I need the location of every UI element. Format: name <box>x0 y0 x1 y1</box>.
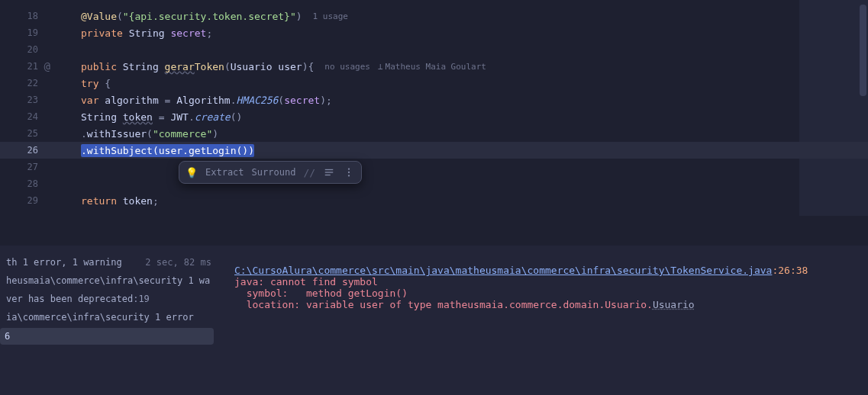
reformat-icon[interactable] <box>323 166 335 178</box>
error-detail: location: variable user of type matheusm… <box>234 299 653 310</box>
line-number[interactable]: 18 <box>0 8 53 24</box>
line-number[interactable]: 25 <box>0 125 53 142</box>
error-file-link[interactable]: C:\CursoAlura\commerce\src\main\java\mat… <box>234 265 772 276</box>
code-line[interactable] <box>53 159 868 175</box>
code-line[interactable]: public String gerarToken(Usuario user){n… <box>53 58 868 75</box>
divider: // <box>303 167 315 178</box>
line-number[interactable]: 22 <box>0 75 53 92</box>
bulb-icon[interactable]: 💡 <box>186 167 198 178</box>
code-line[interactable] <box>53 175 868 192</box>
svg-point-3 <box>348 168 350 169</box>
error-location: :26:38 <box>772 265 808 276</box>
build-time: 2 sec, 82 ms <box>145 257 211 268</box>
build-item[interactable]: heusmaia\commerce\infra\security 1 warni… <box>0 271 218 290</box>
type-link[interactable]: Usuario <box>653 299 695 310</box>
scrollbar-thumb[interactable] <box>860 5 866 96</box>
extract-action[interactable]: Extract <box>205 167 244 178</box>
line-number[interactable]: 23 <box>0 92 53 108</box>
build-item[interactable]: ia\commerce\infra\security 1 error <box>0 308 218 326</box>
line-number[interactable]: 24 <box>0 108 53 125</box>
code-line[interactable]: @Value("{api.security.token.secret}")1 u… <box>53 8 868 24</box>
code-line[interactable]: .withSubject(user.getLogin()) <box>53 142 868 159</box>
line-number[interactable]: 28 <box>0 175 53 192</box>
code-line[interactable]: .withIssuer("commerce") <box>53 125 868 142</box>
error-message: java: cannot find symbol <box>234 276 378 287</box>
code-line[interactable]: return token; <box>53 192 868 209</box>
line-number[interactable]: 29 <box>0 192 53 209</box>
line-number[interactable]: 27 <box>0 159 53 175</box>
gutter: 18 19 20 21@ 22 23 24 25 26 27 28 29 <box>0 0 53 216</box>
selected-text[interactable]: .withSubject(user.getLogin()) <box>81 144 254 157</box>
code-area[interactable]: @Value("{api.security.token.secret}")1 u… <box>53 0 868 216</box>
svg-point-5 <box>348 175 350 176</box>
error-detail: symbol: method getLogin() <box>234 287 408 299</box>
author-hint[interactable]: ⊥Matheus Maia Goulart <box>378 62 486 72</box>
editor-pane: 18 19 20 21@ 22 23 24 25 26 27 28 29 @Va… <box>0 0 868 216</box>
annotate-icon[interactable]: @ <box>44 60 50 72</box>
line-number[interactable]: 21@ <box>0 58 53 75</box>
build-summary[interactable]: th 1 error, 1 warning 2 sec, 82 ms <box>0 253 218 271</box>
code-line[interactable] <box>53 41 868 58</box>
code-line[interactable]: private String secret; <box>53 24 868 41</box>
line-number[interactable]: 19 <box>0 24 53 41</box>
line-number[interactable]: 20 <box>0 41 53 58</box>
usage-hint[interactable]: 1 usage <box>313 11 348 21</box>
surround-action[interactable]: Surround <box>252 167 296 178</box>
build-panel: th 1 error, 1 warning 2 sec, 82 ms heusm… <box>0 246 868 395</box>
scrollbar-track[interactable] <box>860 5 866 210</box>
line-number[interactable]: 26 <box>0 142 53 159</box>
person-icon: ⊥ <box>378 62 383 72</box>
build-output[interactable]: C:\CursoAlura\commerce\src\main\java\mat… <box>218 246 868 395</box>
code-line[interactable]: String token = JWT.create() <box>53 108 868 125</box>
code-line[interactable]: try { <box>53 75 868 92</box>
more-icon[interactable] <box>343 166 355 178</box>
code-line[interactable]: var algorithm = Algorithm.HMAC256(secret… <box>53 92 868 108</box>
build-tree[interactable]: th 1 error, 1 warning 2 sec, 82 ms heusm… <box>0 246 218 395</box>
svg-point-4 <box>348 172 350 173</box>
build-filter-input[interactable] <box>0 328 214 345</box>
build-item[interactable]: ver has been deprecated:19 <box>0 290 218 308</box>
usage-hint[interactable]: no usages <box>324 62 370 72</box>
intention-popup: 💡 Extract Surround // <box>179 161 362 184</box>
